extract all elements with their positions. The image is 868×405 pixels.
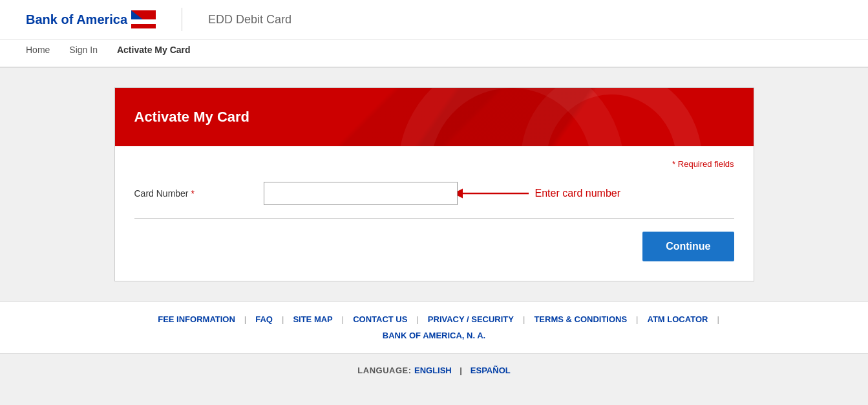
arrow-annotation: Enter card number	[458, 181, 621, 206]
header-divider	[182, 8, 182, 31]
lang-divider: |	[460, 366, 462, 375]
card-number-row: Card Number * Enter ca	[134, 182, 734, 205]
continue-button[interactable]: Continue	[642, 232, 734, 261]
arrow-icon	[458, 181, 535, 206]
card-number-input[interactable]	[264, 182, 458, 205]
lang-espanol[interactable]: ESPAÑOL	[471, 366, 511, 375]
annotation-text: Enter card number	[535, 188, 621, 199]
footer-contact-us[interactable]: CONTACT US	[344, 314, 416, 324]
footer: FEE INFORMATION | FAQ | SITE MAP | CONTA…	[0, 301, 868, 353]
footer-site-map[interactable]: SITE MAP	[284, 314, 341, 324]
lang-english[interactable]: ENGLISH	[414, 366, 452, 375]
footer-copyright: BANK OF AMERICA, N. A.	[0, 331, 868, 340]
footer-privacy[interactable]: PRIVACY / SECURITY	[419, 314, 523, 324]
footer-atm[interactable]: ATM LOCATOR	[639, 314, 717, 324]
svg-rect-2	[131, 24, 156, 28]
required-text: Required fields	[678, 159, 734, 169]
banner-title: Activate My Card	[134, 109, 250, 126]
footer-terms[interactable]: TERMS & CONDITIONS	[525, 314, 636, 324]
logo-text: Bank of America	[26, 12, 127, 27]
footer-fee-info[interactable]: FEE INFORMATION	[149, 314, 244, 324]
nav-activate-card[interactable]: Activate My Card	[117, 39, 204, 60]
footer-links: FEE INFORMATION | FAQ | SITE MAP | CONTA…	[0, 314, 868, 324]
main-wrapper: Activate My Card * Required fields Card …	[0, 68, 868, 301]
logo-flag-icon	[131, 10, 156, 28]
form-area: * Required fields Card Number *	[115, 146, 754, 281]
language-label: LANGUAGE:	[357, 366, 411, 375]
card-number-required: *	[191, 188, 194, 199]
product-name: EDD Debit Card	[208, 13, 291, 27]
card-number-label: Card Number *	[134, 188, 264, 199]
main-nav: Home Sign In Activate My Card	[0, 39, 868, 68]
nav-sign-in[interactable]: Sign In	[69, 39, 111, 60]
form-divider	[134, 218, 734, 219]
logo-area: Bank of America EDD Debit Card	[26, 8, 291, 31]
required-asterisk: *	[672, 159, 675, 169]
logo: Bank of America	[26, 10, 156, 28]
language-bar: LANGUAGE: ENGLISH | ESPAÑOL	[0, 353, 868, 386]
header: Bank of America EDD Debit Card	[0, 0, 868, 39]
required-note: * Required fields	[134, 159, 734, 169]
svg-rect-1	[131, 19, 156, 24]
page-banner: Activate My Card	[115, 88, 754, 146]
sep7: |	[717, 314, 719, 324]
content-box: Activate My Card * Required fields Card …	[114, 87, 754, 281]
footer-faq[interactable]: FAQ	[246, 314, 282, 324]
nav-home[interactable]: Home	[26, 39, 63, 60]
